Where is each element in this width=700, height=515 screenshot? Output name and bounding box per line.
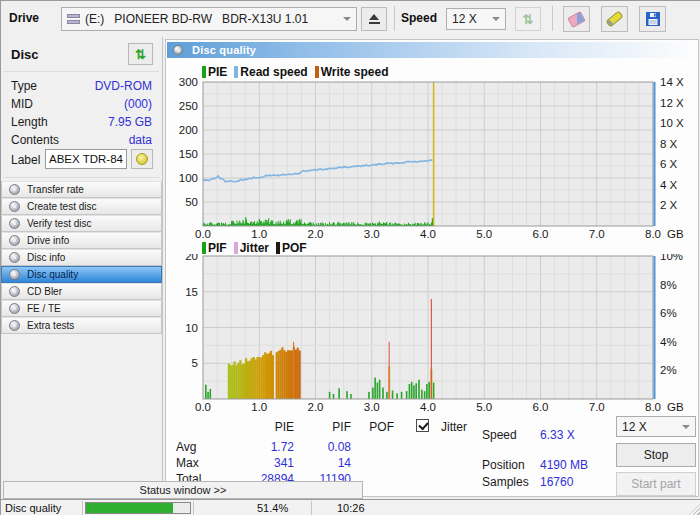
legend-label: Read speed (240, 65, 307, 79)
svg-text:200: 200 (179, 124, 198, 136)
samples-info-label: Samples (482, 475, 529, 489)
avg-pif: 0.08 (301, 440, 351, 454)
field-label: Contents (11, 133, 59, 147)
legend-label: Write speed (321, 65, 389, 79)
field-value: DVD-ROM (95, 79, 152, 93)
sidebar-item-label: FE / TE (27, 303, 61, 314)
sidebar-item-cd-bler[interactable]: CD Bler (1, 283, 162, 300)
toolbar: Drive (E:) PIONEER BD-RW BDR-X13U 1.01 S… (1, 1, 700, 38)
disc-panel-title: Disc (11, 47, 38, 62)
svg-text:GB: GB (667, 401, 684, 413)
svg-text:4.0: 4.0 (420, 401, 436, 413)
max-pie: 341 (226, 456, 294, 470)
pif-jitter-pof-chart: 201510510%8%6%4%2%0.01.02.03.04.05.06.07… (167, 254, 700, 416)
check-icon (418, 420, 428, 431)
legend-label: PIE (208, 65, 227, 79)
speed-info-label: Speed (482, 428, 517, 442)
disc-field-length: Length 7.95 GB (11, 115, 152, 131)
max-pif: 14 (301, 456, 351, 470)
divider (3, 71, 159, 72)
sidebar-item-transfer-rate[interactable]: Transfer rate (1, 181, 162, 198)
svg-text:GB: GB (667, 228, 684, 240)
disc-icon (9, 320, 20, 331)
col-header-pif: PIF (301, 420, 351, 434)
chevron-down-icon (682, 425, 690, 429)
disc-icon (9, 184, 20, 195)
sidebar-item-label: Disc quality (27, 269, 78, 280)
field-label: Length (11, 115, 48, 129)
toolbar-separator (394, 6, 395, 31)
status-window-button[interactable]: Status window >> (3, 481, 363, 499)
eject-button[interactable] (361, 7, 387, 31)
sidebar-item-fe-te[interactable]: FE / TE (1, 300, 162, 317)
svg-text:2%: 2% (660, 364, 677, 376)
sidebar-item-disc-info[interactable]: Disc info (1, 249, 162, 266)
sidebar-item-verify-test-disc[interactable]: Verify test disc (1, 215, 162, 232)
sidebar-item-drive-info[interactable]: Drive info (1, 232, 162, 249)
jitter-checkbox[interactable] (416, 419, 429, 432)
sidebar-item-create-test-disc[interactable]: Create test disc (1, 198, 162, 215)
disc-label-input[interactable] (45, 149, 127, 169)
jitter-label: Jitter (441, 420, 467, 434)
field-label: Type (11, 79, 37, 93)
erase-disc-button[interactable] (563, 6, 590, 32)
sidebar-item-extra-tests[interactable]: Extra tests (1, 317, 162, 334)
svg-text:5.0: 5.0 (476, 228, 492, 240)
stop-button[interactable]: Stop (616, 443, 696, 467)
chart1-legend: PIERead speedWrite speed (202, 65, 389, 79)
svg-text:12 X: 12 X (660, 97, 684, 109)
svg-text:14 X: 14 X (660, 78, 684, 88)
disc-field-contents: Contents data (11, 133, 152, 149)
svg-text:10%: 10% (660, 254, 683, 262)
resize-grip[interactable] (688, 504, 700, 515)
separator (193, 501, 194, 515)
save-button[interactable] (639, 6, 666, 32)
sidebar-item-label: Extra tests (27, 320, 74, 331)
refresh-speed-button[interactable]: ⇅ (515, 7, 541, 31)
svg-text:2.0: 2.0 (308, 401, 324, 413)
svg-text:8%: 8% (660, 279, 677, 291)
tab-title: Disc quality (192, 44, 256, 56)
position-info-label: Position (482, 458, 525, 472)
speed-value: 12 X (452, 12, 477, 26)
svg-text:6.0: 6.0 (533, 401, 549, 413)
test-speed-select[interactable]: 12 X (616, 416, 696, 437)
screwdriver-icon (605, 10, 623, 27)
svg-text:0.0: 0.0 (195, 401, 211, 413)
refresh-disc-button[interactable]: ⇅ (128, 43, 153, 65)
eject-icon (369, 14, 380, 24)
svg-text:2 X: 2 X (660, 199, 678, 211)
field-label: MID (11, 97, 33, 111)
row-label-avg: Avg (176, 440, 196, 454)
col-header-pof: POF (358, 420, 394, 434)
speed-select[interactable]: 12 X (446, 8, 506, 30)
svg-text:0.0: 0.0 (195, 228, 211, 240)
sidebar-item-disc-quality[interactable]: Disc quality (1, 266, 162, 283)
disc-icon (173, 45, 183, 55)
svg-text:8 X: 8 X (660, 138, 678, 150)
progress-fill (86, 503, 173, 513)
disc-field-mid: MID (000) (11, 97, 152, 113)
sidebar-item-label: Transfer rate (27, 184, 84, 195)
svg-text:3.0: 3.0 (364, 228, 380, 240)
disc-icon (9, 286, 20, 297)
legend-label: POF (282, 241, 307, 255)
app-window: Drive (E:) PIONEER BD-RW BDR-X13U 1.01 S… (0, 0, 700, 515)
tab-disc-quality[interactable]: Disc quality (167, 42, 697, 58)
legend-swatch (202, 66, 206, 78)
drive-label: Drive (9, 11, 39, 25)
svg-text:20: 20 (185, 254, 198, 262)
row-label-max: Max (176, 456, 199, 470)
disc-icon (9, 303, 20, 314)
start-part-button[interactable]: Start part (616, 472, 696, 496)
sidebar-item-label: Create test disc (27, 201, 96, 212)
svg-text:1.0: 1.0 (251, 228, 267, 240)
drive-select[interactable]: (E:) PIONEER BD-RW BDR-X13U 1.01 (61, 7, 357, 31)
disc-icon (9, 218, 20, 229)
disc-icon (9, 252, 20, 263)
settings-button[interactable] (601, 6, 628, 32)
label-options-button[interactable] (131, 149, 153, 169)
pie-speed-chart: 3002502001501005014 X12 X10 X8 X6 X4 X2 … (167, 78, 700, 242)
position-info-value: 4190 MB (540, 458, 588, 472)
field-value: (000) (124, 97, 152, 111)
